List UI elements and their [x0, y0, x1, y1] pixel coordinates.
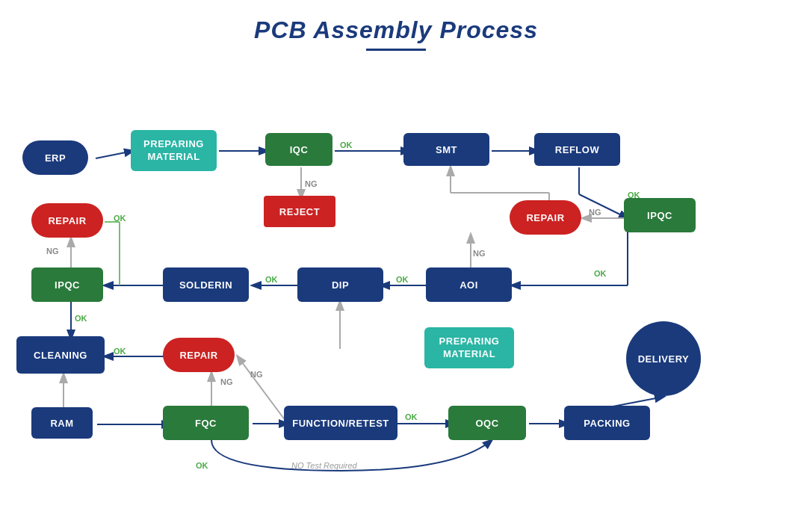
- label-ok-funcretest-oqc: OK: [405, 412, 418, 421]
- node-preparing-material-2: PREPARINGMATERIAL: [424, 327, 514, 368]
- node-iqc: IQC: [265, 133, 332, 166]
- label-ok-iqc-smt: OK: [340, 140, 353, 149]
- label-ok-ipqc2-aoi: OK: [594, 269, 607, 278]
- label-ng-iqc: NG: [305, 179, 318, 188]
- label-ng-ipqc1: NG: [46, 247, 59, 256]
- label-ok-repair1: OK: [114, 214, 126, 223]
- node-repair-1: REPAIR: [31, 203, 103, 238]
- node-smt: SMT: [403, 133, 489, 166]
- label-ok-repair3-cleaning: OK: [114, 347, 126, 356]
- node-packing: PACKING: [564, 406, 650, 440]
- node-ram: RAM: [31, 407, 93, 439]
- title-underline: [366, 49, 426, 51]
- node-dip: DIP: [297, 267, 383, 302]
- label-ng-fqc-repair3: NG: [220, 377, 233, 386]
- label-notest: NO Test Required: [291, 461, 357, 470]
- node-erp: ERP: [22, 140, 88, 175]
- flow-diagram: [0, 0, 792, 532]
- node-fqc: FQC: [163, 406, 249, 440]
- label-ng-aoi: NG: [473, 249, 486, 258]
- node-function-retest: FUNCTION/RETEST: [284, 406, 397, 440]
- label-ng-ipqc2: NG: [589, 208, 601, 217]
- node-reflow: REFLOW: [534, 133, 620, 166]
- node-ipqc-2: IPQC: [624, 198, 696, 232]
- node-aoi: AOI: [426, 267, 512, 302]
- node-preparing-material-1: PREPARINGMATERIAL: [131, 130, 217, 171]
- node-oqc: OQC: [448, 406, 526, 440]
- page: PCB Assembly Process: [0, 0, 792, 532]
- node-ipqc-1: IPQC: [31, 267, 103, 302]
- svg-line-0: [96, 151, 133, 158]
- node-reject: REJECT: [264, 196, 335, 227]
- node-cleaning: CLEANING: [16, 336, 105, 374]
- label-ok-bottom: OK: [196, 461, 208, 470]
- page-title: PCB Assembly Process: [0, 0, 792, 44]
- label-ok-ipqc1-cleaning: OK: [75, 314, 87, 323]
- node-delivery: DELIVERY: [626, 321, 701, 396]
- label-ng-funcretest-repair3: NG: [250, 370, 263, 379]
- svg-line-5: [579, 194, 628, 218]
- node-repair-2: REPAIR: [510, 200, 581, 235]
- label-ok-dip-solderin: OK: [265, 275, 278, 284]
- node-repair-3: REPAIR: [163, 338, 235, 372]
- node-solderin: SOLDERIN: [163, 267, 249, 302]
- label-ok-aoi-dip: OK: [396, 275, 409, 284]
